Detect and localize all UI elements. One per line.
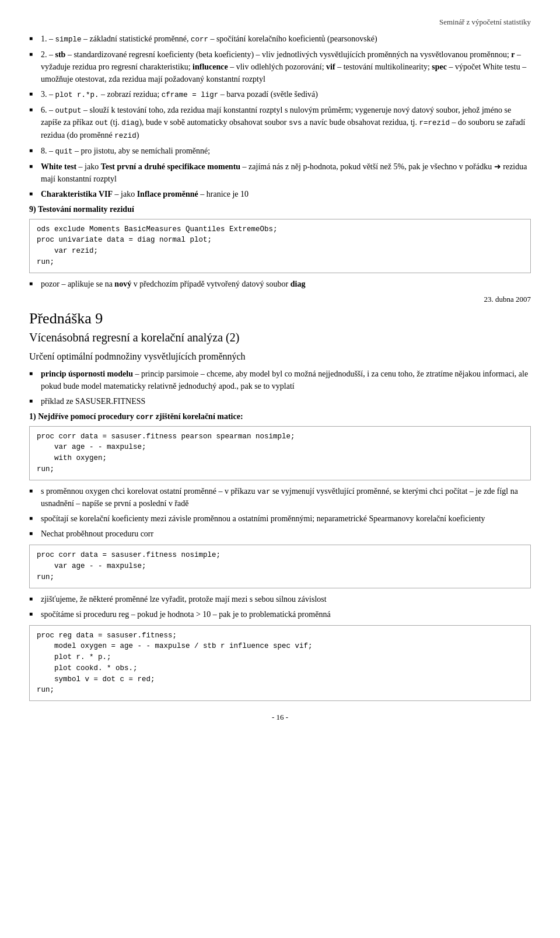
date-line: 23. dubna 2007 — [29, 295, 531, 304]
list-item-spocitaji: spočítají se korelační koeficienty mezi … — [29, 512, 531, 525]
priklad-text: příklad ze SASUSER.FITNESS — [41, 397, 145, 406]
page-number: - 16 - — [29, 713, 531, 722]
code-block-4: proc reg data = sasuser.fitness; model o… — [29, 625, 531, 702]
vif-text: Charakteristika VIF – jako Inflace promě… — [41, 190, 249, 198]
spocitaji-text: spočítají se korelační koeficienty mezi … — [41, 514, 485, 523]
white-text: White test – jako Test první a druhé spe… — [41, 162, 527, 183]
list-item-priklad: příklad ze SASUSER.FITNESS — [29, 395, 531, 407]
pozor-text: pozor – aplikuje se na nový v předchozím… — [41, 280, 305, 288]
section1-heading: 1) Nejdříve pomocí procedury corr zjiště… — [29, 412, 531, 421]
list-item-princip: princip úspornosti modelu – princip pars… — [29, 368, 531, 392]
header-line: Seminář z výpočetní statistiky — [29, 18, 531, 27]
section1-title: 1) Nejdříve pomocí procedury corr zjiště… — [29, 412, 243, 421]
section9-title: 9) Testování normality reziduí — [29, 205, 531, 214]
item6-text: 6. – output – slouží k testování toho, z… — [41, 106, 525, 140]
lecture-subtitle: Určení optimální podmnožiny vysvětlující… — [29, 351, 531, 362]
item2-text: 2. – stb – standardizované regresní koef… — [41, 50, 526, 83]
item1-text: 1. – simple – základní statistické promě… — [41, 34, 377, 43]
list-item-nechat: Nechat proběhnout proceduru corr — [29, 528, 531, 540]
princip-text: princip úspornosti modelu – princip pars… — [41, 369, 528, 390]
list-item-2: 2. – stb – standardizované regresní koef… — [29, 48, 531, 85]
code-block-1: ods exclude Moments BasicMeasures Quanti… — [29, 219, 531, 273]
list-item-vif: Charakteristika VIF – jako Inflace promě… — [29, 188, 531, 200]
list-item-white: White test – jako Test první a druhé spe… — [29, 161, 531, 185]
list-item-1: 1. – simple – základní statistické promě… — [29, 33, 531, 46]
list-item-zjistujeme: zjišťujeme, že některé proměnné lze vyřa… — [29, 593, 531, 605]
spoctame-text: spočítáme si proceduru reg – pokud je ho… — [41, 610, 331, 619]
zjistujeme-text: zjišťujeme, že některé proměnné lze vyřa… — [41, 595, 327, 604]
list-item-8: 8. – quit – pro jistotu, aby se nemíchal… — [29, 145, 531, 158]
date-text: 23. dubna 2007 — [484, 295, 531, 304]
code-block-3: proc corr data = sasuser.fitness nosimpl… — [29, 545, 531, 588]
code-block-2: proc corr data = sasuser.fitness pearson… — [29, 426, 531, 480]
list-item-3: 3. – plot r.*p. – zobrazí rezidua; cfram… — [29, 88, 531, 101]
s-text: s proměnnou oxygen chci korelovat ostatn… — [41, 487, 518, 508]
lecture-title: Vícenásobná regresní a korelační analýza… — [29, 331, 531, 344]
nechat-text: Nechat proběhnout proceduru corr — [41, 529, 153, 538]
list-item-pozor: pozor – aplikuje se na nový v předchozím… — [29, 278, 531, 290]
item3-text: 3. – plot r.*p. – zobrazí rezidua; cfram… — [41, 90, 318, 99]
header-title: Seminář z výpočetní statistiky — [439, 18, 531, 26]
list-item-spoctame: spočítáme si proceduru reg – pokud je ho… — [29, 608, 531, 620]
list-item-s: s proměnnou oxygen chci korelovat ostatn… — [29, 485, 531, 510]
list-item-6: 6. – output – slouží k testování toho, z… — [29, 104, 531, 142]
item8-text: 8. – quit – pro jistotu, aby se nemíchal… — [41, 147, 210, 155]
lecture-number: Přednáška 9 — [29, 310, 531, 327]
